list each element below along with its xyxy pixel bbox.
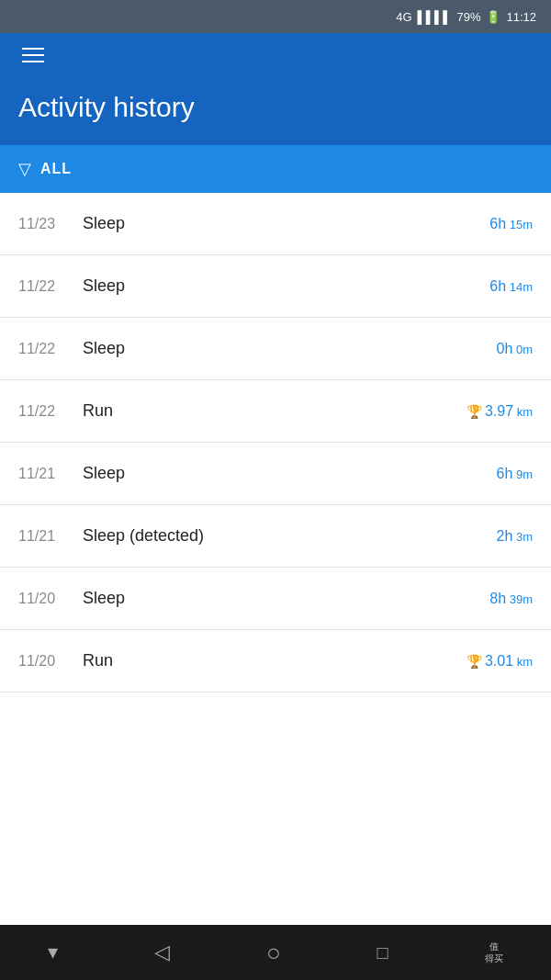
trophy-icon: 🏆 — [467, 404, 482, 419]
activity-row[interactable]: 11/21Sleep (detected)2h 3m — [0, 505, 551, 568]
battery-icon: 🔋 — [486, 10, 500, 24]
activity-name: Sleep — [83, 214, 489, 233]
activity-date: 11/21 — [18, 466, 83, 482]
activity-name: Sleep — [83, 589, 489, 608]
battery-percent: 79% — [456, 10, 480, 24]
filter-icon: ▽ — [18, 159, 31, 179]
activity-date: 11/22 — [18, 341, 83, 357]
activity-row[interactable]: 11/20Run🏆3.01 km — [0, 630, 551, 693]
activity-date: 11/22 — [18, 403, 83, 420]
nav-down-icon[interactable]: ▾ — [48, 941, 58, 964]
activity-date: 11/22 — [18, 278, 83, 295]
activity-value: 6h 9m — [497, 466, 533, 482]
status-bar: 4G ▌▌▌▌ 79% 🔋 11:12 — [0, 0, 551, 33]
nav-bar: ▾ ◁ ○ □ 值得买 — [0, 925, 551, 980]
activity-name: Sleep (detected) — [83, 526, 497, 546]
nav-recent-icon[interactable]: □ — [377, 942, 388, 963]
activity-date: 11/20 — [18, 653, 83, 670]
activity-row[interactable]: 11/20Sleep8h 39m — [0, 568, 551, 630]
network-signal: 4G — [396, 10, 411, 24]
activity-row[interactable]: 11/22Sleep0h 0m — [0, 318, 551, 380]
menu-button[interactable] — [18, 44, 48, 66]
activity-value: 🏆3.97 km — [467, 403, 533, 420]
signal-bars: ▌▌▌▌ — [418, 10, 452, 24]
activity-row[interactable]: 11/22Sleep6h 14m — [0, 255, 551, 318]
trophy-icon: 🏆 — [467, 654, 482, 669]
activity-row[interactable]: 11/22Run🏆3.97 km — [0, 380, 551, 443]
activity-value: 2h 3m — [497, 528, 533, 545]
activity-value: 0h 0m — [497, 341, 533, 357]
nav-home-icon[interactable]: ○ — [266, 939, 281, 967]
brand-logo: 值得买 — [485, 941, 503, 964]
activity-name: Sleep — [83, 276, 489, 296]
activity-name: Run — [83, 651, 467, 670]
hamburger-line-1 — [22, 48, 44, 50]
activity-name: Sleep — [83, 464, 497, 483]
hamburger-line-3 — [22, 61, 44, 62]
page-title: Activity history — [18, 92, 533, 123]
activity-value: 🏆3.01 km — [467, 653, 533, 670]
nav-back-icon[interactable]: ◁ — [154, 941, 170, 964]
activity-value: 6h 14m — [489, 278, 533, 295]
header: Activity history — [0, 33, 551, 145]
activity-date: 11/21 — [18, 528, 83, 545]
activity-row[interactable]: 11/23Sleep6h 15m — [0, 193, 551, 255]
activity-row[interactable]: 11/21Sleep6h 9m — [0, 443, 551, 505]
activity-date: 11/20 — [18, 591, 83, 607]
filter-label: ALL — [40, 161, 72, 177]
activity-value: 6h 15m — [489, 216, 533, 232]
activity-name: Sleep — [83, 339, 497, 358]
activity-name: Run — [83, 401, 467, 421]
filter-bar[interactable]: ▽ ALL — [0, 145, 551, 193]
activity-value: 8h 39m — [489, 591, 533, 607]
clock: 11:12 — [506, 10, 536, 24]
activity-date: 11/23 — [18, 216, 83, 232]
activity-list: 11/23Sleep6h 15m11/22Sleep6h 14m11/22Sle… — [0, 193, 551, 925]
hamburger-line-2 — [22, 54, 44, 56]
